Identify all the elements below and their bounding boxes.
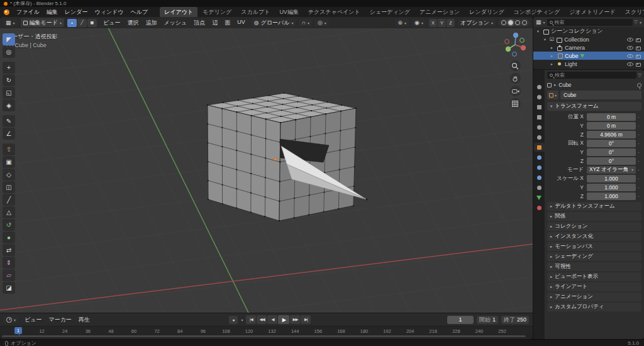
workspace-tab-6[interactable]: アニメーション bbox=[415, 7, 464, 18]
viewport-menu-5[interactable]: 辺 bbox=[209, 18, 221, 28]
overlays-dropdown[interactable]: ◉ ▾ bbox=[412, 19, 426, 26]
blender-menu-icon[interactable] bbox=[4, 9, 9, 15]
expander-icon[interactable]: ▾ bbox=[542, 37, 548, 42]
render-visibility-toggle[interactable] bbox=[635, 45, 641, 50]
filter-icon[interactable]: ▽ bbox=[638, 73, 641, 78]
timeline-menu-2[interactable]: 再生 bbox=[75, 315, 93, 325]
snapping-dropdown[interactable]: ∩ ▾ bbox=[299, 19, 311, 26]
mirror-z-button[interactable]: Z bbox=[447, 19, 455, 27]
outliner-row-4[interactable]: ▸Light bbox=[533, 60, 644, 68]
workspace-tab-8[interactable]: コンポジティング bbox=[509, 7, 565, 18]
auto-keyframe-button[interactable]: ● bbox=[229, 316, 238, 324]
face-select-button[interactable]: ◼ bbox=[87, 19, 97, 27]
play-reverse-button[interactable]: ◀ bbox=[267, 315, 277, 324]
topbar-menu-3[interactable]: ウィンドウ bbox=[91, 8, 126, 17]
rendered-shading-button[interactable] bbox=[522, 20, 527, 25]
outliner-row-2[interactable]: ▸Camera bbox=[533, 43, 644, 52]
collapsed-panel-8[interactable]: ▸ラインアート bbox=[547, 282, 641, 291]
tool-shear[interactable]: ▱ bbox=[3, 269, 15, 281]
edge-select-button[interactable]: ╱ bbox=[77, 19, 87, 27]
mode-selector[interactable]: 編集モード ▾ bbox=[21, 18, 64, 27]
jump-to-start-button[interactable]: |◀ bbox=[246, 315, 256, 324]
toggle-ortho-button[interactable] bbox=[510, 98, 521, 109]
animate-decorator[interactable]: · bbox=[636, 167, 641, 173]
workspace-tab-1[interactable]: モデリング bbox=[198, 7, 236, 18]
transform-orientation-dropdown[interactable]: ◍ グローバル ▾ bbox=[252, 19, 296, 26]
rotation-mode-dropdown[interactable]: XYZ オイラー角▾ bbox=[587, 166, 636, 174]
transform-panel-header[interactable]: ▾ トランスフォーム bbox=[547, 102, 641, 111]
animate-decorator[interactable]: · bbox=[636, 193, 641, 199]
collapsed-panel-10[interactable]: ▸カスタムプロパティ bbox=[547, 303, 641, 311]
outliner-row-1[interactable]: ▾☑Collection bbox=[533, 35, 644, 43]
axis-gizmo[interactable] bbox=[501, 31, 529, 59]
tool-edge-slide[interactable]: ⇄ bbox=[3, 244, 15, 256]
workspace-tab-3[interactable]: UV編集 bbox=[275, 7, 303, 18]
tab-constraints[interactable] bbox=[534, 183, 545, 192]
render-visibility-toggle[interactable] bbox=[635, 53, 641, 59]
viewport-menu-7[interactable]: UV bbox=[234, 18, 248, 28]
object-type-dropdown[interactable]: ▾ bbox=[547, 91, 558, 99]
tab-object[interactable] bbox=[534, 143, 545, 152]
tab-material[interactable] bbox=[534, 203, 545, 212]
timeline-menu-1[interactable]: マーカー bbox=[45, 315, 74, 325]
mirror-x-button[interactable]: X bbox=[429, 19, 437, 27]
frame-end-field[interactable]: 終了 250 bbox=[501, 316, 529, 324]
workspace-tab-4[interactable]: テクスチャペイント bbox=[304, 7, 365, 18]
eye-visibility-toggle[interactable] bbox=[627, 36, 633, 42]
collapsed-panel-3[interactable]: ▸インスタンス化 bbox=[547, 232, 641, 241]
tab-view-layer[interactable] bbox=[534, 113, 545, 121]
workspace-tab-5[interactable]: シェーディング bbox=[365, 7, 414, 18]
render-visibility-toggle[interactable] bbox=[635, 36, 641, 42]
pin-icon[interactable] bbox=[637, 83, 641, 87]
animate-decorator[interactable]: · bbox=[636, 184, 641, 191]
topbar-menu-2[interactable]: レンダー bbox=[62, 8, 91, 17]
tab-render[interactable] bbox=[534, 92, 545, 101]
eye-visibility-toggle[interactable] bbox=[627, 45, 633, 50]
tab-tool[interactable] bbox=[534, 82, 545, 91]
collapsed-panel-0[interactable]: ▸デルタトランスフォーム bbox=[547, 202, 641, 211]
jump-to-end-button[interactable]: ▶| bbox=[301, 315, 311, 324]
animate-decorator[interactable]: · bbox=[636, 149, 641, 155]
animate-decorator[interactable]: · bbox=[636, 131, 641, 138]
outliner-editor-icon[interactable]: ▦ bbox=[536, 19, 541, 25]
tool-move[interactable]: + bbox=[3, 62, 15, 74]
collapsed-panel-1[interactable]: ▸関係 bbox=[547, 212, 641, 221]
collection-checkbox[interactable]: ☑ bbox=[550, 37, 554, 42]
value-field[interactable]: 4.9606 m bbox=[587, 131, 636, 138]
tool-smooth[interactable]: ● bbox=[3, 232, 15, 243]
proportional-edit-dropdown[interactable]: ◎ ▾ bbox=[315, 19, 329, 26]
tool-bevel[interactable]: ◇ bbox=[3, 169, 15, 181]
object-name-field[interactable]: Cube bbox=[560, 91, 641, 99]
value-field[interactable]: 1.000 bbox=[587, 184, 636, 191]
viewport-menu-3[interactable]: メッシュ bbox=[160, 18, 190, 28]
tool-rotate[interactable]: ↻ bbox=[3, 74, 15, 86]
collapsed-panel-2[interactable]: ▸コレクション bbox=[547, 222, 641, 231]
tab-modifiers[interactable] bbox=[534, 153, 545, 162]
tab-data[interactable] bbox=[534, 193, 545, 202]
timeline-editor-type-button[interactable]: ▾ bbox=[4, 316, 18, 323]
workspace-tab-9[interactable]: ジオメトリノード bbox=[565, 7, 619, 18]
zoom-button[interactable] bbox=[510, 60, 521, 71]
render-visibility-toggle[interactable] bbox=[635, 61, 641, 67]
viewport-menu-1[interactable]: 選択 bbox=[124, 18, 142, 28]
animate-decorator[interactable]: · bbox=[636, 123, 641, 129]
value-field[interactable]: 0 m bbox=[587, 113, 636, 121]
outliner-row-0[interactable]: ▾シーンコレクション bbox=[533, 27, 644, 35]
tool-measure[interactable]: ∠ bbox=[3, 128, 15, 140]
3d-viewport[interactable]: ユーザー・透視投影 (1) Cube | Cube ◤◎+↻◱◈✎∠⇧▣◇◫╱△… bbox=[0, 28, 533, 313]
topbar-menu-1[interactable]: 編集 bbox=[43, 8, 61, 17]
frame-start-field[interactable]: 開始 1 bbox=[477, 316, 498, 324]
gizmos-dropdown[interactable]: ⊕ ▾ bbox=[395, 19, 409, 26]
tool-shrink-fatten[interactable]: ⇕ bbox=[3, 257, 15, 269]
topbar-menu-4[interactable]: ヘルプ bbox=[128, 8, 152, 17]
tool-poly-build[interactable]: △ bbox=[3, 206, 15, 218]
collapsed-panel-7[interactable]: ▸ビューポート表示 bbox=[547, 272, 641, 281]
timeline-menu-0[interactable]: ビュー bbox=[21, 315, 45, 325]
tool-inset-faces[interactable]: ▣ bbox=[3, 156, 15, 168]
eye-visibility-toggle[interactable] bbox=[627, 61, 633, 67]
expander-icon[interactable]: ▸ bbox=[549, 45, 555, 50]
solid-shading-button[interactable] bbox=[508, 20, 513, 25]
expander-icon[interactable]: ▸ bbox=[549, 62, 555, 67]
tab-output[interactable] bbox=[534, 103, 545, 111]
topbar-menu-0[interactable]: ファイル bbox=[13, 8, 43, 17]
